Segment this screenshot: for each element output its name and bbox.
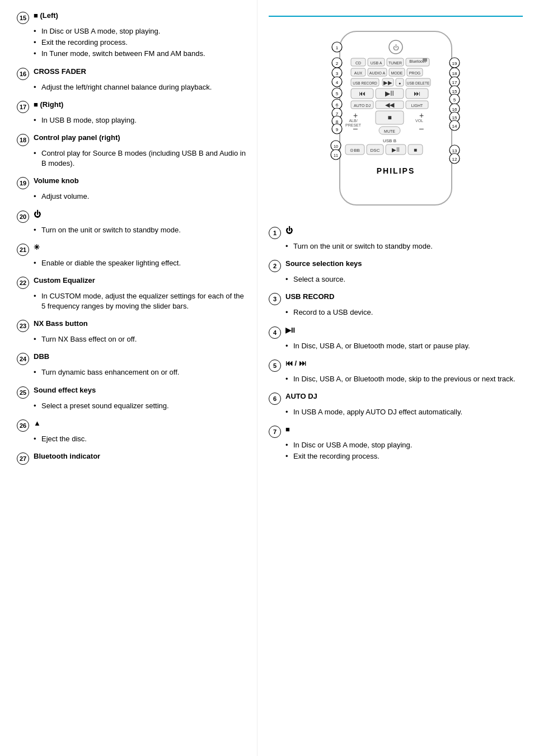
section-header: AUTO DJ: [285, 392, 317, 400]
right-section-5: 5⏮ / ⏭In Disc, USB A, or Bluetooth mode,…: [269, 359, 523, 384]
bullet-list: In Disc, USB A, or Bluetooth mode, start…: [285, 341, 523, 351]
svg-text:▶II: ▶II: [385, 90, 394, 97]
section-header: ✳: [34, 243, 40, 251]
section-title-row: 19Volume knob: [17, 176, 246, 189]
bullet-list: Record to a USB device.: [285, 307, 523, 318]
svg-text:3: 3: [336, 71, 339, 76]
list-item: Adjust the left/right channel balance du…: [34, 82, 246, 92]
section-number: 19: [17, 177, 29, 189]
section-header: Control play panel (right): [34, 133, 120, 142]
svg-text:12: 12: [452, 157, 457, 162]
page-title: [269, 11, 523, 17]
section-title-row: 20⏻: [17, 210, 246, 223]
section-header: USB RECORD: [285, 292, 334, 301]
section-title-row: 4▶II: [269, 326, 523, 339]
list-item: In USB B mode, stop playing.: [34, 115, 246, 125]
svg-text:5: 5: [336, 91, 339, 96]
section-header: NX Bass button: [34, 319, 88, 328]
svg-text:18: 18: [452, 71, 457, 76]
bullet-list: Select a preset sound equalizer setting.: [34, 401, 246, 411]
svg-text:USB A: USB A: [371, 61, 382, 65]
svg-text:6: 6: [336, 102, 339, 108]
list-item: Turn NX Bass effect on or off.: [34, 334, 246, 344]
section-title-row: 26▲: [17, 419, 246, 432]
section-title-row: 18Control play panel (right): [17, 133, 246, 146]
section-number: 1: [269, 227, 281, 239]
section-title-row: 1⏻: [269, 226, 523, 239]
svg-text:CD: CD: [355, 61, 361, 65]
section-number: 24: [17, 353, 29, 365]
section-title-row: 3USB RECORD: [269, 292, 523, 305]
list-item: Select a preset sound equalizer setting.: [34, 401, 246, 411]
section-header: ■ (Right): [34, 100, 63, 109]
svg-text:ALB/: ALB/: [349, 119, 357, 123]
section-header: ■: [285, 425, 290, 433]
bullet-list: In USB B mode, stop playing.: [34, 115, 246, 125]
left-section-18: 18Control play panel (right)Control play…: [17, 133, 246, 169]
svg-text:MODE: MODE: [391, 71, 403, 75]
section-title-row: 15■ (Left): [17, 11, 246, 24]
svg-text:19: 19: [452, 61, 457, 66]
svg-text:AUX: AUX: [354, 71, 363, 75]
list-item: Turn dynamic bass enhancement on or off.: [34, 367, 246, 377]
list-item: Turn on the unit or switch to standby mo…: [34, 225, 246, 235]
svg-text:⏭: ⏭: [414, 90, 420, 97]
bullet-list: Enable or diable the speaker lighting ef…: [34, 258, 246, 268]
svg-text:–: –: [353, 124, 358, 133]
svg-text:11: 11: [334, 153, 338, 157]
section-title-row: 5⏮ / ⏭: [269, 359, 523, 372]
bullet-list: In Disc or USB A mode, stop playing.Exit…: [285, 440, 523, 461]
left-section-23: 23NX Bass buttonTurn NX Bass effect on o…: [17, 319, 246, 344]
right-section-4: 4▶IIIn Disc, USB A, or Bluetooth mode, s…: [269, 326, 523, 351]
svg-text:16: 16: [452, 107, 457, 112]
section-header: Volume knob: [34, 176, 79, 185]
list-item: Exit the recording process.: [34, 38, 246, 48]
svg-text:■: ■: [387, 114, 391, 122]
section-number: 21: [17, 244, 29, 256]
left-section-26: 26▲Eject the disc.: [17, 419, 246, 444]
svg-text:PROG: PROG: [409, 71, 421, 75]
section-header: Source selection keys: [285, 259, 362, 268]
svg-text:1: 1: [336, 45, 339, 50]
section-number: 16: [17, 68, 29, 80]
section-title-row: 22Custom Equalizer: [17, 276, 246, 289]
section-number: 7: [269, 426, 281, 438]
svg-text:PHILIPS: PHILIPS: [377, 166, 415, 175]
section-header: CROSS FADER: [34, 67, 86, 76]
svg-text:LIGHT: LIGHT: [411, 104, 423, 108]
section-number: 22: [17, 277, 29, 289]
section-title-row: 7■: [269, 425, 523, 438]
section-number: 25: [17, 386, 29, 399]
left-section-17: 17■ (Right)In USB B mode, stop playing.: [17, 100, 246, 125]
list-item: Record to a USB device.: [285, 307, 523, 318]
list-item: In Disc, USB A, or Bluetooth mode, skip …: [285, 374, 523, 384]
svg-text:MUTE: MUTE: [384, 129, 395, 133]
svg-text:●: ●: [399, 81, 401, 85]
section-number: 4: [269, 326, 281, 339]
svg-rect-11: [423, 58, 427, 62]
section-number: 5: [269, 360, 281, 372]
svg-text:DSC: DSC: [371, 148, 380, 153]
section-title-row: 16CROSS FADER: [17, 67, 246, 80]
bullet-list: Adjust volume.: [34, 192, 246, 202]
left-section-21: 21✳Enable or diable the speaker lighting…: [17, 243, 246, 268]
svg-text:15: 15: [452, 89, 457, 94]
list-item: Enable or diable the speaker lighting ef…: [34, 258, 246, 268]
svg-text:◀◀: ◀◀: [385, 101, 395, 108]
section-number: 3: [269, 293, 281, 305]
list-item: In Disc or USB A mode, stop playing.: [285, 440, 523, 450]
bullet-list: Turn NX Bass effect on or off.: [34, 334, 246, 344]
remote-illustration: ⏻ CD USB A TUNER Bluetooth AUX AUDIO A M…: [269, 26, 523, 216]
right-section-3: 3USB RECORDRecord to a USB device.: [269, 292, 523, 318]
section-title-row: 6AUTO DJ: [269, 392, 523, 405]
right-section-2: 2Source selection keysSelect a source.: [269, 259, 523, 284]
bullet-list: Turn on the unit or switch to standby mo…: [34, 225, 246, 235]
bullet-list: Select a source.: [285, 274, 523, 284]
section-title-row: 17■ (Right): [17, 100, 246, 113]
bullet-list: In USB A mode, apply AUTO DJ effect auto…: [285, 407, 523, 417]
svg-text:⏻: ⏻: [393, 44, 399, 51]
section-title-row: 24DBB: [17, 352, 246, 365]
section-title-row: 2Source selection keys: [269, 259, 523, 272]
section-number: 27: [17, 452, 29, 465]
left-section-22: 22Custom EqualizerIn CUSTOM mode, adjust…: [17, 276, 246, 311]
